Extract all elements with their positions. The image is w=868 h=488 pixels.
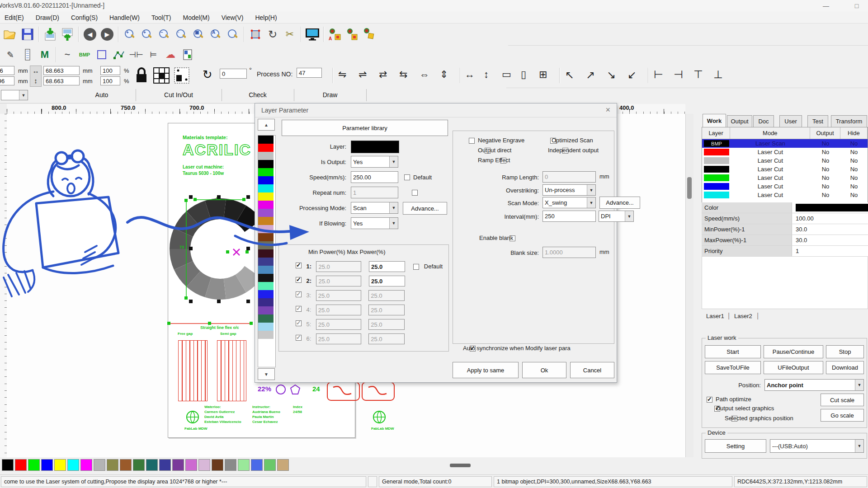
menu-help[interactable]: Help(H) — [255, 14, 277, 21]
aspect-lock-icon[interactable] — [134, 67, 149, 87]
device-setting-button[interactable]: Setting — [705, 439, 766, 453]
negative-engrave-checkbox[interactable] — [469, 138, 475, 144]
auto-button[interactable]: Auto — [68, 89, 136, 101]
table-row[interactable]: Laser Cut No No — [702, 148, 868, 156]
prop-row[interactable]: MaxPower(%)-130.0 — [702, 235, 868, 246]
selection-handle[interactable] — [217, 195, 221, 199]
max-power-3-input[interactable]: 25.0 — [368, 290, 405, 301]
vertical-scrollbar[interactable] — [685, 114, 693, 457]
palette-color-swatch[interactable] — [264, 459, 276, 471]
dialog-color-swatch[interactable] — [258, 209, 274, 217]
array-copy2-icon[interactable] — [344, 26, 360, 42]
save-to-ufile-button[interactable]: SaveToUFile — [705, 361, 761, 374]
comb-pattern[interactable] — [178, 340, 208, 401]
download-button[interactable]: Download — [826, 361, 864, 374]
dialog-color-swatch[interactable] — [258, 249, 274, 258]
dialog-color-swatch[interactable] — [258, 282, 274, 290]
selection-handle[interactable] — [246, 195, 250, 199]
ramp-length-input[interactable]: 0 — [542, 171, 596, 183]
dialog-color-swatch[interactable] — [258, 290, 274, 298]
max-power-1-input[interactable]: 25.0 — [369, 261, 405, 272]
power-default-checkbox[interactable] — [413, 264, 419, 270]
selection-handle[interactable] — [189, 195, 193, 199]
prop-row[interactable]: Color — [702, 202, 868, 213]
ufile-output-button[interactable]: UFileOutput — [764, 361, 823, 374]
tab-output[interactable]: Output — [727, 115, 752, 127]
align-top-right-icon[interactable]: ↗ — [586, 69, 595, 81]
max-power-4-input[interactable]: 25.0 — [368, 305, 405, 315]
redo-forward-icon[interactable]: ▶ — [99, 26, 115, 42]
cloud-mark-icon[interactable]: ☁ — [162, 47, 179, 63]
x-position-input[interactable]: 346 — [0, 66, 14, 75]
scrollbar-thumb[interactable] — [687, 177, 692, 199]
dialog-color-swatch[interactable] — [258, 266, 274, 274]
align-top-icon[interactable]: ⊤ — [693, 68, 703, 81]
overstriking-dropdown[interactable]: Un-process▼ — [542, 184, 596, 196]
tab-transform[interactable]: Transform — [831, 115, 867, 127]
swatch-scroll-up-button[interactable]: ▲ — [258, 119, 275, 131]
pause-continue-button[interactable]: Pause/Continue — [764, 345, 823, 358]
table-row[interactable]: Laser Cut No No — [702, 182, 868, 191]
speed-input[interactable]: 250.00 — [351, 171, 398, 183]
menu-model[interactable]: Model(M) — [183, 14, 210, 21]
palette-color-swatch[interactable] — [198, 459, 210, 471]
tab-laser1[interactable]: Laser1 — [706, 313, 724, 319]
zoom-extents-icon[interactable]: + — [122, 26, 138, 42]
menu-edit[interactable]: Edit(E) — [5, 14, 24, 21]
table-row[interactable]: BMP Laser Scan No No — [702, 139, 868, 148]
cut-tool-icon[interactable]: ✂ — [282, 26, 298, 42]
array-copy3-icon[interactable] — [361, 26, 377, 42]
dialog-color-swatch[interactable] — [258, 298, 274, 306]
preview-monitor-icon[interactable] — [304, 26, 321, 42]
rotate-angle-input[interactable]: 0 — [220, 69, 247, 79]
palette-color-swatch[interactable] — [28, 459, 40, 471]
position-ref-icon[interactable] — [174, 67, 192, 86]
dialog-color-swatch[interactable] — [258, 184, 274, 192]
anchor-select-dropdown[interactable]: ▼ — [1, 90, 28, 100]
dialog-color-swatch[interactable] — [258, 258, 274, 266]
zoom-selection-icon[interactable]: ▫ — [173, 26, 189, 42]
import-icon[interactable] — [42, 26, 58, 42]
max-power-2-input[interactable]: 25.0 — [369, 276, 405, 286]
doc-task-icon[interactable] — [179, 47, 196, 63]
width-input[interactable]: 68.663 — [43, 66, 80, 75]
cut-in-out-button[interactable]: Cut In/Out — [136, 89, 222, 101]
polyline-tool-icon[interactable] — [111, 47, 127, 63]
rectangle-tool-icon[interactable] — [94, 47, 110, 63]
stop-button[interactable]: Stop — [826, 345, 864, 358]
parameter-library-button[interactable]: Parameter library — [282, 120, 448, 136]
apply-to-same-button[interactable]: Apply to same — [453, 362, 519, 378]
min-power-4-input[interactable]: 25.0 — [316, 305, 361, 315]
size-lock-icons[interactable]: ↔↕ — [30, 66, 42, 87]
check-button[interactable]: Check — [222, 89, 294, 101]
dialog-color-swatch[interactable] — [258, 347, 274, 355]
dialog-color-swatch[interactable] — [258, 339, 274, 347]
palette-color-swatch[interactable] — [2, 459, 14, 471]
height-input[interactable]: 68.663 — [43, 76, 80, 85]
select-icon[interactable] — [247, 26, 264, 42]
scale-y-input[interactable]: 100 — [100, 76, 120, 85]
minimize-button[interactable]: — — [818, 1, 834, 11]
y-position-input[interactable]: .296 — [0, 76, 14, 85]
palette-color-swatch[interactable] — [251, 459, 263, 471]
dialog-color-swatch[interactable] — [258, 355, 274, 363]
align-bottom-right-icon[interactable]: ↘ — [607, 69, 616, 81]
comb-pattern[interactable] — [217, 340, 246, 401]
mirror-horizontal2-icon[interactable]: ⇌ — [359, 69, 367, 80]
dpi-dropdown[interactable]: DPI▼ — [599, 211, 634, 222]
align-bottom-icon[interactable]: ⊥ — [713, 68, 723, 81]
align-h-center-icon[interactable]: ⊣⊢ — [128, 47, 144, 63]
palette-color-swatch[interactable] — [67, 459, 79, 471]
cancel-button[interactable]: Cancel — [570, 362, 614, 378]
dialog-color-swatch[interactable] — [258, 152, 274, 160]
max-power-5-input[interactable]: 25.0 — [368, 319, 405, 330]
dialog-color-swatch[interactable] — [258, 331, 274, 339]
path-optimize-checkbox[interactable] — [707, 397, 712, 403]
dialog-title-bar[interactable]: Layer Parameter × — [255, 103, 617, 117]
menu-view[interactable]: View(V) — [222, 14, 244, 21]
node-edit-icon[interactable] — [19, 47, 36, 63]
dialog-color-swatch[interactable] — [258, 201, 274, 209]
tab-doc[interactable]: Doc — [753, 115, 774, 127]
same-size-all-icon[interactable]: ⊞ — [539, 69, 547, 80]
horizontal-scrollbar-thumb[interactable] — [450, 464, 471, 467]
